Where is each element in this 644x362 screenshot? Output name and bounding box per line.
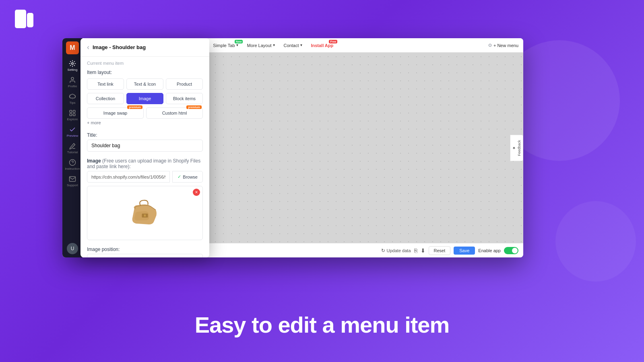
title-section: Title: bbox=[80, 129, 209, 155]
layout-image[interactable]: Image bbox=[126, 93, 163, 104]
sidebar-item-setting[interactable]: Setting bbox=[64, 58, 81, 74]
position-select[interactable]: Left Right Center Top Bottom bbox=[87, 254, 203, 257]
layout-product[interactable]: Product bbox=[166, 78, 203, 90]
sidebar-item-tutorial[interactable]: Tutorial bbox=[64, 140, 81, 156]
layout-buttons-row1: Text link Text & Icon Product bbox=[80, 78, 209, 93]
check-icon: ✓ bbox=[178, 174, 181, 179]
edit-panel: ‹ Image - Shoulder bag Current menu item… bbox=[80, 38, 209, 257]
layout-block-items[interactable]: Block items bbox=[166, 93, 203, 104]
panel-header: ‹ Image - Shoulder bag bbox=[80, 38, 209, 57]
image-swap-badge: premium bbox=[127, 105, 142, 109]
image-url-row: ✓ Browse bbox=[87, 171, 203, 183]
nav-more-layout[interactable]: More Layout ▼ bbox=[244, 41, 279, 49]
sidebar-label-support: Support bbox=[67, 183, 78, 187]
copy-icon[interactable]: ⎘ bbox=[414, 247, 417, 254]
save-button[interactable]: Save bbox=[454, 247, 475, 255]
sidebar-item-avatar[interactable]: U bbox=[64, 241, 81, 257]
sidebar-item-support[interactable]: Support bbox=[64, 173, 81, 189]
app-sidebar: M Setting Profile Tips Explor bbox=[62, 38, 83, 257]
title-field-label: Title: bbox=[87, 132, 203, 138]
enable-app-label: Enable app bbox=[478, 248, 501, 253]
image-field-label: Image (Free users can upload image in Sh… bbox=[87, 158, 203, 169]
star-icon: ★ bbox=[512, 146, 516, 150]
svg-rect-0 bbox=[15, 10, 26, 28]
sidebar-logo: M bbox=[66, 41, 79, 54]
layout-buttons-row3: premium Image swap premium Custom html bbox=[80, 107, 209, 120]
sidebar-label-explore: Explore bbox=[67, 117, 78, 121]
contact-arrow: ▼ bbox=[299, 43, 303, 47]
position-section: Image position: Left Right Center Top Bo… bbox=[80, 243, 209, 257]
sidebar-label-setting: Setting bbox=[68, 68, 78, 72]
radio-icon: ⊙ bbox=[488, 43, 492, 48]
position-select-wrapper: Left Right Center Top Bottom bbox=[87, 254, 203, 257]
reset-button[interactable]: Reset bbox=[429, 246, 451, 255]
position-label: Image position: bbox=[87, 247, 203, 252]
browse-button[interactable]: ✓ Browse bbox=[172, 171, 203, 183]
install-badge: Free bbox=[329, 40, 337, 43]
more-layout-arrow: ▼ bbox=[272, 43, 276, 47]
svg-rect-1 bbox=[27, 13, 33, 27]
svg-rect-7 bbox=[73, 114, 75, 116]
simple-tab-arrow: ▼ bbox=[236, 43, 239, 47]
sidebar-item-profile[interactable]: Profile bbox=[64, 74, 81, 90]
sidebar-label-instruction: Instruction bbox=[65, 167, 80, 171]
image-url-input[interactable] bbox=[87, 171, 170, 183]
update-data-btn[interactable]: ↻ Update data bbox=[381, 248, 411, 253]
sidebar-item-explore[interactable]: Explore bbox=[64, 107, 81, 123]
layout-label: Item layout: bbox=[80, 67, 209, 78]
sidebar-item-instruction[interactable]: Instruction bbox=[64, 156, 81, 173]
section-label: Current menu item bbox=[80, 57, 209, 67]
svg-point-2 bbox=[72, 63, 74, 65]
nav-simple-tab[interactable]: Simple Tab New ▼ bbox=[210, 41, 242, 49]
simple-tab-badge: New bbox=[235, 40, 243, 43]
title-input[interactable] bbox=[87, 140, 203, 152]
sidebar-label-profile: Profile bbox=[68, 84, 77, 88]
feedback-tab[interactable]: ★ Feedback bbox=[510, 135, 523, 161]
nav-install-app[interactable]: Install App Free bbox=[308, 41, 336, 49]
sidebar-item-preview[interactable]: Preview bbox=[64, 123, 81, 140]
image-delete-button[interactable]: × bbox=[193, 189, 200, 196]
svg-point-3 bbox=[71, 77, 74, 80]
layout-text-link[interactable]: Text link bbox=[87, 78, 124, 90]
nav-contact[interactable]: Contact ▼ bbox=[281, 41, 306, 49]
panel-title: Image - Shoulder bag bbox=[93, 44, 146, 50]
headline: Easy to edit a menu item bbox=[0, 312, 644, 338]
bag-preview bbox=[125, 193, 165, 233]
layout-image-swap[interactable]: premium Image swap bbox=[87, 107, 144, 119]
svg-rect-6 bbox=[70, 114, 72, 116]
layout-text-icon[interactable]: Text & Icon bbox=[126, 78, 163, 90]
sidebar-item-tips[interactable]: Tips bbox=[64, 90, 81, 107]
image-preview-box: × bbox=[87, 186, 203, 240]
svg-rect-4 bbox=[70, 110, 72, 112]
sidebar-label-tutorial: Tutorial bbox=[67, 150, 78, 154]
bg-circle-2 bbox=[555, 201, 636, 282]
back-button[interactable]: ‹ bbox=[87, 43, 89, 51]
sidebar-label-tips: Tips bbox=[70, 101, 76, 105]
download-icon[interactable]: ⬇ bbox=[421, 247, 425, 254]
nav-new-menu[interactable]: ⊙ + New menu bbox=[488, 43, 518, 48]
svg-rect-5 bbox=[73, 110, 75, 112]
layout-collection[interactable]: Collection bbox=[87, 93, 124, 104]
refresh-icon: ↻ bbox=[381, 248, 385, 253]
enable-app-toggle[interactable] bbox=[504, 247, 518, 254]
more-link[interactable]: + more bbox=[80, 120, 209, 129]
custom-html-badge: premium bbox=[186, 105, 202, 109]
sidebar-label-preview: Preview bbox=[67, 134, 78, 138]
image-section: Image (Free users can upload image in Sh… bbox=[80, 155, 209, 243]
layout-custom-html[interactable]: premium Custom html bbox=[146, 107, 203, 119]
app-logo bbox=[12, 8, 36, 32]
bottom-right-actions: ↻ Update data ⎘ ⬇ Reset Save Enable app bbox=[381, 246, 518, 255]
